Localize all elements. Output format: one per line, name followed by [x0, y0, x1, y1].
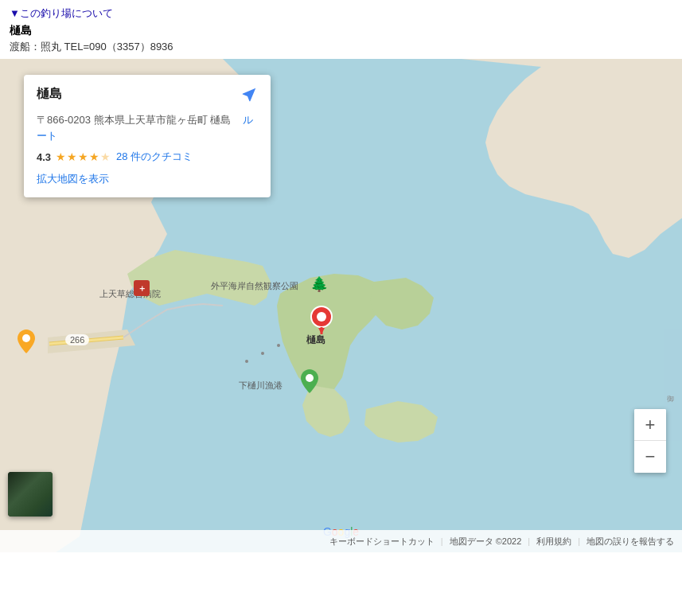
svg-rect-1: [664, 329, 682, 441]
zoom-in-button[interactable]: +: [634, 409, 666, 441]
rating-stars: ★★★★★: [56, 150, 111, 163]
park-marker[interactable]: 🌲: [310, 275, 328, 293]
separator1: |: [441, 536, 443, 546]
route-icon[interactable]: [240, 86, 258, 107]
terms-link[interactable]: 利用規約: [536, 536, 571, 548]
popup-header: 樋島: [37, 86, 258, 107]
reviews-link[interactable]: 28 件のクチコミ: [116, 150, 193, 164]
street-view-thumbnail[interactable]: [8, 472, 53, 517]
map-bottom-bar: キーボードショートカット | 地図データ ©2022 | 利用規約 | 地図の誤…: [0, 530, 682, 552]
svg-point-9: [306, 374, 314, 382]
svg-point-4: [261, 352, 264, 355]
expand-map-link[interactable]: 拡大地図を表示: [37, 173, 109, 185]
hospital-marker[interactable]: ＋: [134, 280, 150, 296]
svg-point-3: [245, 360, 248, 363]
svg-point-10: [22, 334, 30, 342]
map-data-label: 地図データ ©2022: [450, 536, 522, 548]
rating-number: 4.3: [37, 151, 51, 163]
keyboard-shortcut-link[interactable]: キーボードショートカット: [329, 536, 435, 548]
svg-point-7: [317, 312, 326, 322]
popup-rating-row: 4.3 ★★★★★ 28 件のクチコミ: [37, 150, 258, 164]
zoom-out-button[interactable]: −: [634, 441, 666, 473]
info-toggle[interactable]: ▼この釣り場について: [10, 6, 672, 21]
street-view-image: [8, 472, 53, 517]
popup-title: 樋島: [37, 86, 62, 103]
info-detail: 渡船：照丸 TEL=090（3357）8936: [10, 40, 672, 54]
page-container: ▼この釣り場について 樋島 渡船：照丸 TEL=090（3357）8936: [0, 0, 682, 552]
popup-address: 〒866-0203 熊本県上天草市龍ヶ岳町 樋島 ルート: [37, 112, 258, 143]
map-container[interactable]: 御 ＋ 🌲: [0, 59, 682, 552]
svg-point-5: [277, 344, 280, 347]
main-pin[interactable]: [310, 306, 333, 337]
separator2: |: [528, 536, 530, 546]
zoom-controls: + −: [634, 409, 666, 473]
info-section: ▼この釣り場について 樋島 渡船：照丸 TEL=090（3357）8936: [0, 0, 682, 59]
map-popup: 樋島 〒866-0203 熊本県上天草市龍ヶ岳町 樋島 ルート 4.3 ★★★★…: [24, 75, 271, 197]
left-pin[interactable]: [18, 329, 35, 356]
info-title: 樋島: [10, 24, 672, 38]
svg-marker-8: [318, 328, 325, 334]
report-error-link[interactable]: 地図の誤りを報告する: [587, 536, 674, 548]
harbor-pin[interactable]: [301, 369, 318, 396]
separator3: |: [578, 536, 580, 546]
